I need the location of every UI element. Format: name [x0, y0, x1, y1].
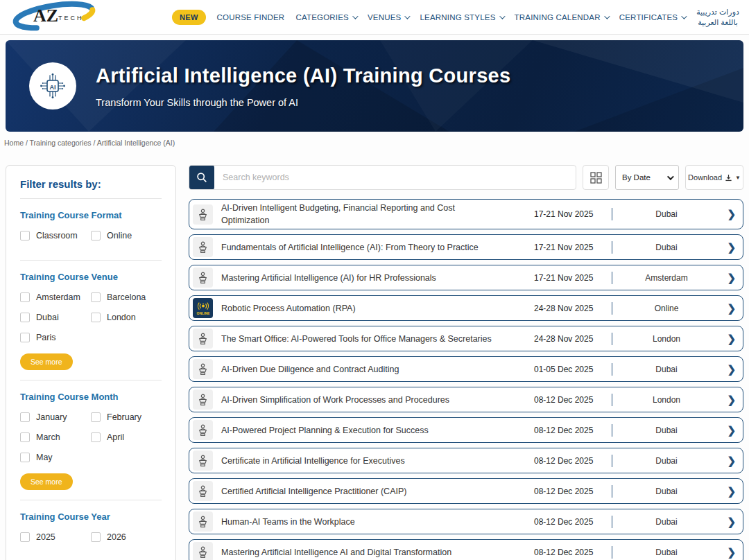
filter-option-february[interactable]: February [91, 412, 162, 422]
filter-section-title: Training Course Format [20, 210, 162, 220]
chevron-right-icon[interactable]: ❯ [718, 516, 736, 528]
filter-option-dubai[interactable]: Dubai [20, 313, 91, 322]
nav-course-finder[interactable]: COURSE FINDER [217, 13, 285, 21]
chevron-right-icon[interactable]: ❯ [718, 208, 736, 220]
logo-az-text: AZ [33, 6, 58, 26]
course-row[interactable]: Fundamentals of Artificial Intelligence … [189, 234, 743, 260]
course-title: Mastering Artificial Intelligence AI and… [221, 546, 534, 559]
svg-text:ONLINE: ONLINE [196, 311, 210, 315]
chevron-right-icon[interactable]: ❯ [718, 546, 736, 559]
checkbox[interactable] [20, 453, 30, 462]
chevron-right-icon[interactable]: ❯ [718, 394, 736, 406]
checkbox[interactable] [20, 432, 30, 442]
filter-option-classroom[interactable]: Classroom [20, 231, 91, 240]
filter-section-title: Training Course Venue [20, 272, 162, 282]
checkbox[interactable] [20, 231, 30, 240]
filter-option-january[interactable]: January [20, 412, 91, 422]
checkbox[interactable] [91, 432, 101, 442]
chevron-right-icon[interactable]: ❯ [718, 424, 736, 437]
nav-categories[interactable]: CATEGORIES [295, 13, 356, 21]
course-row[interactable]: ONLINE Robotic Process Automation (RPA) … [189, 295, 743, 321]
classroom-icon [193, 329, 213, 349]
filter-section-month: Training Course Month January February M… [20, 380, 162, 500]
course-venue: Dubai [615, 517, 718, 527]
see-more-venues-button[interactable]: See more [20, 353, 73, 370]
classroom-icon [193, 542, 213, 560]
nav-venues[interactable]: VENUES [368, 13, 409, 21]
course-row[interactable]: AI-Driven Simplification of Work Process… [189, 387, 743, 412]
search-submit-button[interactable] [189, 165, 214, 190]
see-more-months-button[interactable]: See more [20, 473, 73, 490]
filter-option-2025[interactable]: 2025 [20, 532, 91, 542]
nav-certificates[interactable]: CERTIFICATES [619, 13, 685, 21]
aztech-logo[interactable]: AZ TECH [10, 1, 98, 34]
course-row[interactable]: AI-Driven Intelligent Budgeting, Financi… [189, 199, 743, 229]
filter-option-paris[interactable]: Paris [20, 333, 91, 342]
divider [612, 485, 612, 498]
checkbox[interactable] [91, 231, 101, 240]
chevron-down-icon [499, 13, 505, 19]
filter-option-london[interactable]: London [91, 313, 162, 322]
nav-learning-styles[interactable]: LEARNING STYLES [420, 13, 503, 21]
course-row[interactable]: Certificate in Artificial Intelligence f… [189, 448, 743, 473]
filter-section-title: Training Course Month [20, 392, 162, 402]
chevron-right-icon[interactable]: ❯ [718, 302, 736, 315]
course-venue: Dubai [615, 243, 718, 252]
new-badge[interactable]: NEW [172, 10, 206, 25]
checkbox[interactable] [91, 313, 101, 322]
checkbox[interactable] [91, 412, 101, 422]
nav-arabic-courses[interactable]: دورات تدريبية باللغة العربية [696, 7, 739, 27]
course-title: AI-Driven Simplification of Work Process… [221, 394, 534, 406]
filter-option-march[interactable]: March [20, 432, 91, 442]
filter-option-may[interactable]: May [20, 453, 91, 462]
search-box [189, 165, 576, 190]
sort-select[interactable]: By Date [615, 165, 679, 190]
divider [612, 394, 612, 406]
top-navigation-bar: AZ TECH NEW COURSE FINDER CATEGORIES VEN… [0, 0, 749, 35]
breadcrumb[interactable]: Home / Training categories / Artificial … [0, 132, 749, 147]
filter-option-online[interactable]: Online [91, 231, 162, 240]
course-row[interactable]: The Smart Office: AI-Powered Tools for O… [189, 326, 743, 351]
download-button[interactable]: Download ▼ [685, 165, 743, 190]
divider [612, 241, 612, 254]
chevron-down-icon [681, 13, 687, 19]
chevron-right-icon[interactable]: ❯ [718, 455, 736, 467]
checkbox[interactable] [20, 292, 30, 302]
course-row[interactable]: Human-AI Teams in the Workplace 08-12 De… [189, 509, 743, 534]
checkbox[interactable] [20, 313, 30, 322]
chevron-right-icon[interactable]: ❯ [718, 363, 736, 376]
course-row[interactable]: Mastering Artificial Intelligence (AI) f… [189, 265, 743, 290]
course-row[interactable]: Mastering Artificial Intelligence AI and… [189, 539, 743, 560]
course-dates: 08-12 Dec 2025 [534, 426, 609, 435]
chevron-right-icon[interactable]: ❯ [718, 272, 736, 284]
divider [612, 455, 612, 467]
course-row[interactable]: Certified Artificial Intelligence Practi… [189, 478, 743, 504]
course-dates: 08-12 Dec 2025 [534, 395, 609, 405]
course-title: AI-Powered Project Planning & Execution … [221, 424, 534, 437]
chevron-right-icon[interactable]: ❯ [718, 241, 736, 254]
checkbox[interactable] [91, 292, 101, 302]
filter-option-barcelona[interactable]: Barcelona [91, 292, 162, 302]
course-dates: 17-21 Nov 2025 [534, 209, 609, 219]
chevron-right-icon[interactable]: ❯ [718, 485, 736, 498]
filter-option-april[interactable]: April [91, 432, 162, 442]
checkbox[interactable] [20, 333, 30, 342]
course-row[interactable]: AI-Driven Due Diligence and Contract Aud… [189, 356, 743, 382]
checkbox[interactable] [20, 532, 30, 542]
chevron-down-icon [604, 13, 610, 19]
filter-option-2026[interactable]: 2026 [91, 532, 162, 542]
classroom-icon [193, 204, 213, 225]
course-venue: Dubai [615, 548, 718, 557]
search-icon [196, 172, 207, 183]
search-input[interactable] [214, 173, 576, 182]
grid-view-toggle[interactable] [583, 165, 609, 190]
filter-sidebar: Filter results by: Training Course Forma… [6, 165, 176, 560]
course-venue: Dubai [615, 487, 718, 496]
checkbox[interactable] [91, 532, 101, 542]
checkbox[interactable] [20, 412, 30, 422]
course-venue: Online [615, 304, 718, 313]
nav-training-calendar[interactable]: TRAINING CALENDAR [515, 13, 608, 21]
filter-option-amsterdam[interactable]: Amsterdam [20, 292, 91, 302]
chevron-right-icon[interactable]: ❯ [718, 333, 736, 345]
course-row[interactable]: AI-Powered Project Planning & Execution … [189, 417, 743, 443]
